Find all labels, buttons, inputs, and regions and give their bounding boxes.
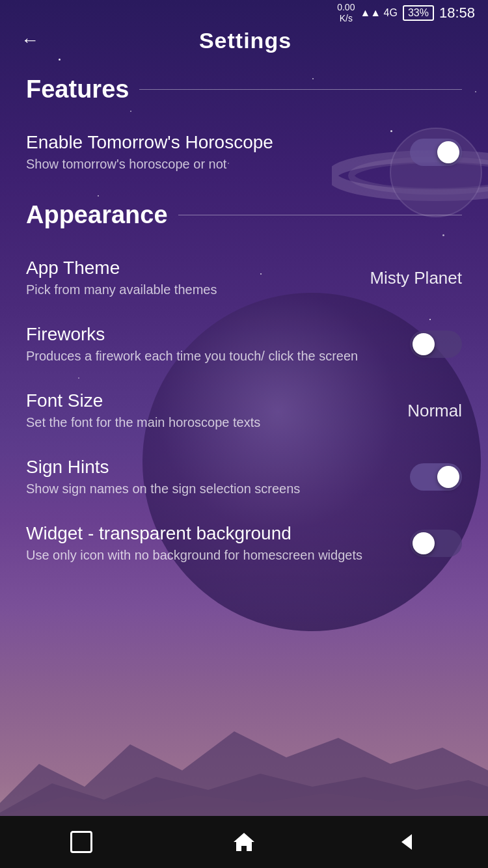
toggle-widgetbg[interactable] bbox=[410, 530, 462, 557]
back-button[interactable]: ← bbox=[16, 27, 44, 53]
toggle-thumb-signhints bbox=[437, 466, 459, 488]
setting-title-fontsize: Font Size bbox=[26, 390, 394, 411]
network-icon: ▲▲ 4G bbox=[360, 7, 397, 19]
features-section-header: Features bbox=[26, 75, 462, 103]
appearance-title: Appearance bbox=[26, 201, 168, 229]
toggle-horoscope[interactable] bbox=[410, 139, 462, 166]
home-icon bbox=[232, 830, 256, 854]
nav-back-button[interactable] bbox=[381, 822, 433, 861]
toggle-fireworks[interactable] bbox=[410, 331, 462, 358]
nav-home-button[interactable] bbox=[218, 822, 270, 861]
features-title: Features bbox=[26, 75, 129, 103]
toggle-thumb-widgetbg bbox=[413, 532, 435, 554]
setting-text-horoscope: Enable Tomorrow's Horoscope Show tomorro… bbox=[26, 132, 410, 172]
toggle-thumb-horoscope bbox=[437, 141, 459, 163]
setting-desc-horoscope: Show tomorrow's horoscope or not bbox=[26, 156, 397, 172]
setting-text-fireworks: Fireworks Produces a firework each time … bbox=[26, 324, 410, 364]
setting-title-signhints: Sign Hints bbox=[26, 457, 397, 478]
recents-icon bbox=[70, 831, 92, 853]
clock: 18:58 bbox=[439, 5, 475, 21]
setting-sign-hints[interactable]: Sign Hints Show sign names on the sign s… bbox=[26, 444, 462, 510]
theme-value: Misty Planet bbox=[370, 268, 462, 288]
bottom-nav bbox=[0, 816, 488, 868]
toggle-signhints[interactable] bbox=[410, 463, 462, 491]
toggle-thumb-fireworks bbox=[413, 333, 435, 355]
setting-font-size[interactable]: Font Size Set the font for the main horo… bbox=[26, 377, 462, 444]
nav-recents-button[interactable] bbox=[55, 822, 107, 861]
setting-desc-widgetbg: Use only icon with no background for hom… bbox=[26, 547, 397, 563]
setting-text-theme: App Theme Pick from many available theme… bbox=[26, 258, 370, 298]
setting-desc-fontsize: Set the font for the main horoscope text… bbox=[26, 414, 394, 431]
setting-desc-fireworks: Produces a firework each time you touch/… bbox=[26, 347, 397, 364]
status-bar: 0.00K/s ▲▲ 4G 33% 18:58 bbox=[0, 0, 488, 23]
settings-content: Features Enable Tomorrow's Horoscope Sho… bbox=[0, 62, 488, 655]
data-speed: 0.00K/s bbox=[337, 2, 355, 24]
setting-text-fontsize: Font Size Set the font for the main horo… bbox=[26, 390, 407, 431]
setting-app-theme[interactable]: App Theme Pick from many available theme… bbox=[26, 245, 462, 311]
battery-indicator: 33% bbox=[403, 5, 434, 21]
appearance-section-header: Appearance bbox=[26, 201, 462, 229]
setting-widget-bg[interactable]: Widget - transparent background Use only… bbox=[26, 510, 462, 576]
setting-title-theme: App Theme bbox=[26, 258, 357, 278]
back-nav-icon bbox=[395, 830, 418, 854]
setting-desc-signhints: Show sign names on the sign selection sc… bbox=[26, 480, 397, 497]
setting-text-widgetbg: Widget - transparent background Use only… bbox=[26, 523, 410, 563]
page-title: Settings bbox=[44, 28, 446, 53]
setting-desc-theme: Pick from many available themes bbox=[26, 281, 357, 298]
setting-title-horoscope: Enable Tomorrow's Horoscope bbox=[26, 132, 397, 153]
setting-tomorrows-horoscope[interactable]: Enable Tomorrow's Horoscope Show tomorro… bbox=[26, 119, 462, 185]
appearance-divider bbox=[178, 215, 462, 215]
header: ← Settings bbox=[0, 23, 488, 62]
features-divider bbox=[139, 89, 462, 90]
fontsize-value: Normal bbox=[407, 401, 462, 421]
setting-title-widgetbg: Widget - transparent background bbox=[26, 523, 397, 544]
setting-title-fireworks: Fireworks bbox=[26, 324, 397, 345]
setting-fireworks[interactable]: Fireworks Produces a firework each time … bbox=[26, 311, 462, 377]
setting-text-signhints: Sign Hints Show sign names on the sign s… bbox=[26, 457, 410, 497]
